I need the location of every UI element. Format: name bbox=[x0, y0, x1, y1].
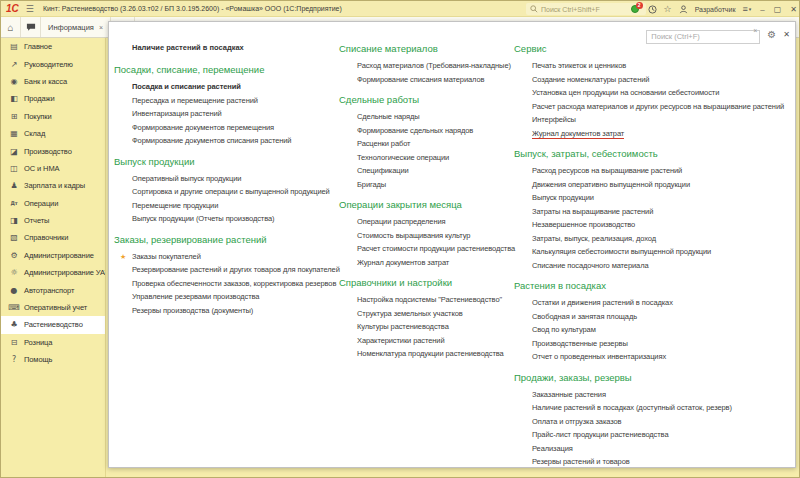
favorites-icon[interactable]: ☆ bbox=[664, 1, 672, 17]
menu-item[interactable]: Стоимость выращивания культур bbox=[339, 229, 511, 243]
menu-item[interactable]: Журнал документов затрат bbox=[514, 127, 792, 141]
menu-item[interactable]: Незавершенное производство bbox=[514, 218, 792, 232]
sidebar-item-3[interactable]: ◧Продажи bbox=[1, 90, 105, 107]
menu-item[interactable]: Операции распределения bbox=[339, 215, 511, 229]
menu-item[interactable]: Перемещение продукции bbox=[114, 199, 334, 213]
menu-item[interactable]: Создание номенклатуры растений bbox=[514, 73, 792, 87]
menu-item[interactable]: Реализация bbox=[514, 442, 792, 456]
user-icon[interactable] bbox=[679, 5, 688, 14]
sidebar-item-8[interactable]: ♟Зарплата и кадры bbox=[1, 177, 105, 194]
sidebar-item-5[interactable]: ▦Склад bbox=[1, 125, 105, 142]
menu-item[interactable]: Расход ресурсов на выращивание растений bbox=[514, 164, 792, 178]
menu-item[interactable]: Инвентаризация растений bbox=[114, 107, 334, 121]
sidebar-item-12[interactable]: ⚙Администрирование bbox=[1, 247, 105, 264]
menu-item[interactable]: Затраты на выращивание растений bbox=[514, 205, 792, 219]
menu-item-label: Посадка и списание растений bbox=[132, 82, 241, 91]
menu-item[interactable]: Расход материалов (Требования-накладные) bbox=[339, 59, 511, 73]
menu-item[interactable]: Пересадка и перемещение растений bbox=[114, 94, 334, 108]
menu-item[interactable]: Характеристики растений bbox=[339, 334, 511, 348]
menu-item[interactable]: Печать этикеток и ценников bbox=[514, 59, 792, 73]
menu-item[interactable]: Технологические операции bbox=[339, 151, 511, 165]
sidebar-item-1[interactable]: ↗Руководителю bbox=[1, 55, 105, 72]
menu-item[interactable]: Списание посадочного материала bbox=[514, 259, 792, 273]
menu-item[interactable]: Управление резервами производства bbox=[114, 290, 334, 304]
menu-item[interactable]: Расчет расхода материалов и других ресур… bbox=[514, 100, 792, 114]
sidebar-item-0[interactable]: ▤Главное bbox=[1, 38, 105, 55]
sidebar-item-17[interactable]: ⊟Розница bbox=[1, 334, 105, 351]
section-title: Справочники и настройки bbox=[339, 275, 511, 291]
menu-item-label: Спецификации bbox=[357, 166, 409, 175]
global-search-field[interactable]: Поиск Ctrl+Shift+F bbox=[526, 3, 646, 15]
menu-item[interactable]: Резервы растений и товаров bbox=[514, 455, 792, 468]
menu-item[interactable]: Отчет о проведенных инвентаризациях bbox=[514, 350, 792, 364]
sidebar-item-13[interactable]: ☼Администрирование УАУ bbox=[1, 264, 105, 281]
close-button[interactable]: ✕ bbox=[790, 5, 797, 14]
menu-item[interactable]: Структура земельных участков bbox=[339, 307, 511, 321]
sidebar-item-14[interactable]: ●Автотранспорт bbox=[1, 281, 105, 298]
menu-item[interactable]: Формирование сдельных нарядов bbox=[339, 124, 511, 138]
menu-item[interactable]: Движения оперативно выпущенной продукции bbox=[514, 178, 792, 192]
menu-item[interactable]: Производственные резервы bbox=[514, 337, 792, 351]
menu-item[interactable]: Калькуляция себестоимости выпущенной про… bbox=[514, 245, 792, 259]
menu-item[interactable]: Интерфейсы bbox=[514, 113, 792, 127]
menu-item[interactable]: Установка цен продукции на основании себ… bbox=[514, 86, 792, 100]
menu-item[interactable]: Оплата и отгрузка заказов bbox=[514, 415, 792, 429]
sidebar-item-4[interactable]: ⊞Покупки bbox=[1, 108, 105, 125]
discussions-button[interactable]: 2 bbox=[631, 4, 641, 14]
sidebar-item-16[interactable]: ♣Растениеводство bbox=[1, 316, 105, 333]
menu-item[interactable]: Заказанные растения bbox=[514, 388, 792, 402]
menu-item-label: Сортировка и другие операции с выпущенно… bbox=[132, 187, 330, 196]
menu-item[interactable]: Затраты, выпуск, реализация, доход bbox=[514, 232, 792, 246]
service-menu-button[interactable]: ≡ ▾ bbox=[743, 1, 752, 17]
menu-item[interactable]: Журнал документов затрат bbox=[339, 256, 511, 270]
menu-item[interactable]: Выпуск продукции (Отчеты производства) bbox=[114, 212, 334, 226]
maximize-button[interactable]: ▢ bbox=[774, 5, 782, 14]
menu-item[interactable]: Формирование документов списания растени… bbox=[114, 134, 334, 148]
menu-item[interactable]: Проверка обеспеченности заказов, коррект… bbox=[114, 277, 334, 291]
menu-item[interactable]: Спецификации bbox=[339, 164, 511, 178]
home-button[interactable]: ⌂ bbox=[1, 17, 21, 37]
menu-item[interactable]: Оперативный выпуск продукции bbox=[114, 172, 334, 186]
menu-item[interactable]: Сортировка и другие операции с выпущенно… bbox=[114, 185, 334, 199]
menu-item[interactable]: Выпуск продукции bbox=[514, 191, 792, 205]
menu-column-2: Списание материаловРасход материалов (Тр… bbox=[339, 22, 511, 361]
sidebar-item-6[interactable]: ◪Производство bbox=[1, 142, 105, 159]
menu-item[interactable]: Формирование документов перемещения bbox=[114, 121, 334, 135]
menu-item[interactable]: Прайс-лист продукции растениеводства bbox=[514, 428, 792, 442]
sidebar-item-10[interactable]: ◨Отчеты bbox=[1, 212, 105, 229]
menu-item[interactable]: Расчет стоимости продукции растениеводст… bbox=[339, 242, 511, 256]
application-window: 1С ☰ Кинт: Растениеводство (3.26.03.т02 … bbox=[0, 0, 800, 478]
menu-item[interactable]: Свободная и занятая площадь bbox=[514, 310, 792, 324]
menu-item[interactable]: Расценки работ bbox=[339, 137, 511, 151]
menu-item[interactable]: Сдельные наряды bbox=[339, 110, 511, 124]
menu-item[interactable]: Резервирование растений и других товаров… bbox=[114, 263, 334, 277]
car-icon: ● bbox=[8, 286, 20, 295]
menu-item[interactable]: Резервы производства (документы) bbox=[114, 304, 334, 318]
sidebar-item-2[interactable]: ◉Банк и касса bbox=[1, 73, 105, 90]
menu-item-label: Отчет о проведенных инвентаризациях bbox=[532, 352, 666, 361]
menu-item[interactable]: Настройка подсистемы "Растениеводство" bbox=[339, 293, 511, 307]
sidebar-item-9[interactable]: ДтОперации bbox=[1, 195, 105, 212]
menu-item[interactable]: Бригады bbox=[339, 178, 511, 192]
dt-kt-icon: Дт bbox=[8, 200, 20, 206]
menu-item[interactable]: Наличие растений в посадках (доступный о… bbox=[514, 401, 792, 415]
menu-item[interactable]: Свод по культурам bbox=[514, 323, 792, 337]
sidebar-item-18[interactable]: ?Помощь bbox=[1, 351, 105, 368]
tab-close-icon[interactable]: × bbox=[99, 24, 103, 31]
menu-item[interactable]: Культуры растениеводства bbox=[339, 320, 511, 334]
developer-label[interactable]: Разработчик bbox=[695, 6, 736, 13]
sidebar-item-15[interactable]: ⌨Оперативный учет bbox=[1, 299, 105, 316]
tab-informatsiya[interactable]: Информация × bbox=[41, 17, 111, 37]
sidebar-item-11[interactable]: ▧Справочники bbox=[1, 229, 105, 246]
menu-item[interactable]: Номенклатура продукции растениеводства bbox=[339, 347, 511, 361]
menu-item[interactable]: ★Заказы покупателей bbox=[114, 250, 334, 264]
discussions-tab-button[interactable] bbox=[21, 17, 41, 37]
menu-item[interactable]: Остатки и движения растений в посадках bbox=[514, 296, 792, 310]
main-menu-icon[interactable]: ☰ bbox=[26, 4, 34, 14]
featured-command[interactable]: Наличие растений в посадках bbox=[114, 40, 334, 56]
sidebar-item-7[interactable]: ◫ОС и НМА bbox=[1, 160, 105, 177]
minimize-button[interactable]: – bbox=[760, 5, 764, 14]
menu-item[interactable]: Формирование списания материалов bbox=[339, 73, 511, 87]
history-icon[interactable] bbox=[648, 5, 657, 14]
menu-item[interactable]: Посадка и списание растений bbox=[114, 80, 334, 94]
